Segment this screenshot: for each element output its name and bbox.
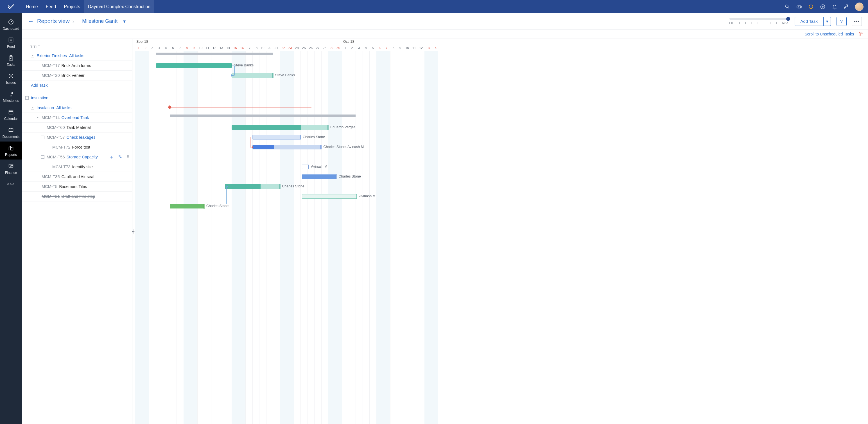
left-sidebar: Dashboard Feed Tasks Issues Milestones C…: [0, 13, 22, 424]
month-label: Sep '18: [136, 40, 148, 44]
task-row[interactable]: −Insulation- All tasks: [22, 103, 132, 113]
sidebar-reports[interactable]: Reports: [0, 142, 22, 160]
task-code: MCM-T20: [41, 73, 60, 78]
task-row[interactable]: −Exterior Finishes- All tasks: [22, 51, 132, 61]
tools-icon[interactable]: [843, 4, 849, 10]
sidebar-finance[interactable]: Finance: [0, 160, 22, 177]
pane-splitter[interactable]: ⇹: [132, 39, 135, 424]
day-label: 21: [273, 46, 280, 50]
task-name: Tank Material: [66, 125, 91, 130]
add-task-caret[interactable]: ▾: [823, 17, 831, 26]
sidebar-milestones[interactable]: Milestones: [0, 87, 22, 106]
zoom-slider[interactable]: FIT ||||||| MAX: [730, 18, 788, 25]
task-row[interactable]: −MCM-T56Storage Capacity＋⠿: [22, 152, 132, 162]
gantt-task-bar[interactable]: [225, 184, 280, 189]
collapse-toggle[interactable]: −: [36, 116, 39, 119]
day-label: 10: [404, 46, 411, 50]
day-label: 24: [294, 46, 301, 50]
task-row[interactable]: −MCM-T5Basement Tiles: [22, 182, 132, 192]
gantt-critical-line: [172, 107, 311, 108]
app-logo[interactable]: [0, 3, 22, 11]
day-label: 16: [239, 46, 246, 50]
scroll-unscheduled-link[interactable]: Scroll to Unscheduled Tasks: [804, 32, 854, 36]
task-row[interactable]: −MCM-T21Draft and Fire stop: [22, 192, 132, 201]
task-name: Basement Tiles: [59, 184, 87, 189]
more-options-button[interactable]: •••: [852, 17, 862, 26]
task-name: Overhead Tank: [61, 115, 89, 120]
filter-button[interactable]: [837, 17, 847, 26]
top-navbar: Home Feed Projects Daymart Complex Const…: [0, 0, 868, 13]
collapse-toggle[interactable]: −: [41, 155, 44, 159]
clock-alert-icon[interactable]: [808, 4, 814, 10]
task-row[interactable]: −MCM-T57Check leakages: [22, 133, 132, 142]
gantt-task-bar[interactable]: [252, 135, 301, 140]
task-row[interactable]: −MCM-T20Brick Veneer: [22, 70, 132, 81]
gantt-task-bar[interactable]: [302, 165, 309, 169]
task-row[interactable]: −MCM-T72Force test: [22, 142, 132, 152]
add-task-button[interactable]: Add Task ▾: [795, 17, 831, 26]
day-label: 6: [376, 46, 383, 50]
row-drag-icon[interactable]: ⠿: [126, 155, 129, 159]
gantt-task-bar[interactable]: [156, 63, 232, 68]
gantt-bar-label: Avinash M: [359, 194, 375, 198]
sidebar-issues[interactable]: Issues: [0, 69, 22, 87]
gantt-task-bar[interactable]: [252, 145, 321, 149]
sidebar-feed[interactable]: Feed: [0, 33, 22, 52]
svg-rect-25: [119, 155, 120, 156]
task-row[interactable]: Add Task: [22, 81, 132, 90]
collapse-toggle[interactable]: −: [31, 54, 34, 57]
add-icon[interactable]: [820, 4, 826, 10]
gantt-task-bar[interactable]: [231, 125, 328, 130]
gantt-bar-label: Eduardo Vargas: [330, 125, 355, 129]
zoom-min-label: FIT: [730, 21, 734, 25]
task-row[interactable]: −MCM-T14Overhead Tank: [22, 113, 132, 123]
gantt-bar-label: Avinash M: [311, 165, 327, 169]
collapse-toggle[interactable]: −: [41, 136, 44, 139]
task-row[interactable]: −MCM-T35Caulk and Air seal: [22, 172, 132, 182]
task-row[interactable]: −MCM-T73Identify site: [22, 162, 132, 172]
collapse-toggle[interactable]: −: [25, 96, 29, 100]
nav-home[interactable]: Home: [22, 0, 42, 13]
gamepad-icon[interactable]: [796, 4, 802, 10]
gantt-bar-label: Charles Stone: [303, 135, 325, 139]
sidebar-dashboard[interactable]: Dashboard: [0, 16, 22, 33]
topnav-links: Home Feed Projects Daymart Complex Const…: [22, 0, 154, 13]
day-label: 11: [411, 46, 418, 50]
search-icon[interactable]: [784, 4, 790, 10]
reports-back-link[interactable]: ← Reports view: [28, 18, 70, 25]
gantt-task-bar[interactable]: [302, 194, 357, 199]
bell-icon[interactable]: [832, 4, 838, 10]
settings-gear-icon[interactable]: [859, 31, 863, 37]
task-row[interactable]: −MCM-T60Tank Material: [22, 123, 132, 133]
row-add-icon[interactable]: ＋: [109, 153, 114, 160]
nav-projects[interactable]: Projects: [60, 0, 84, 13]
svg-point-0: [785, 5, 788, 8]
gantt-bar-label: Charles Stone: [206, 204, 228, 208]
collapse-toggle[interactable]: −: [31, 106, 34, 109]
sidebar-tasks[interactable]: Tasks: [0, 52, 22, 69]
user-avatar[interactable]: [855, 3, 864, 11]
day-label: 27: [314, 46, 321, 50]
task-row[interactable]: −MCM-T17Brick Arch forms: [22, 61, 132, 70]
zoom-knob[interactable]: [786, 17, 790, 21]
day-label: 4: [156, 46, 163, 50]
task-row[interactable]: −Insulation: [22, 93, 132, 103]
sidebar-documents[interactable]: Documents: [0, 123, 22, 142]
day-label: 9: [397, 46, 404, 50]
gantt-chart-panel[interactable]: Sep '18Oct '18 1234567891011121314151617…: [135, 39, 868, 424]
sidebar-more[interactable]: ○○○: [0, 179, 22, 189]
gantt-summary-bar[interactable]: [170, 114, 356, 117]
report-toolbar: ← Reports view › Milestone Gantt ▾ FIT |…: [22, 13, 868, 30]
day-label: 29: [328, 46, 335, 50]
gantt-task-bar[interactable]: [302, 174, 337, 179]
nav-feed[interactable]: Feed: [42, 0, 60, 13]
row-link-icon[interactable]: [118, 155, 123, 160]
task-code: MCM-T56: [46, 155, 65, 159]
view-dropdown[interactable]: Milestone Gantt ▾: [82, 18, 126, 25]
gantt-summary-bar[interactable]: [156, 53, 273, 55]
day-label: 11: [204, 46, 211, 50]
gantt-task-bar[interactable]: [170, 204, 204, 208]
nav-current-project[interactable]: Daymart Complex Construction: [84, 0, 154, 13]
gantt-task-bar[interactable]: [231, 73, 273, 78]
sidebar-calendar[interactable]: Calendar: [0, 106, 22, 123]
